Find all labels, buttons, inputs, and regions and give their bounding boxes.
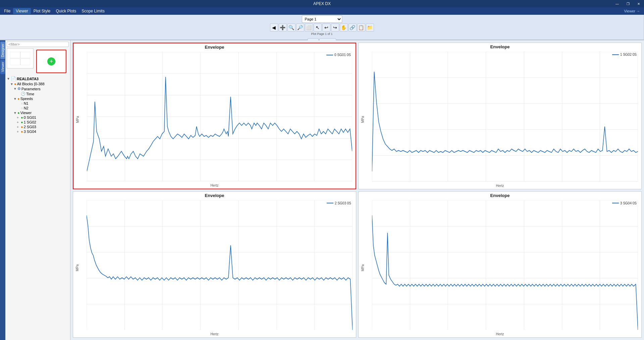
back-button[interactable]: ◀ (270, 23, 278, 32)
chart-title-2: Envelope (359, 43, 641, 50)
menu-viewer[interactable]: Viewer (13, 8, 31, 14)
chart-legend-4: 3 SG04 0S (612, 201, 637, 205)
tree-item-n2[interactable]: ○ N2 (7, 106, 69, 110)
add-page-button[interactable]: ➕ (279, 23, 287, 32)
chart-title-3: Envelope (73, 192, 356, 199)
restore-button[interactable]: ❐ (623, 0, 633, 7)
menu-scope-limits[interactable]: Scope Limits (79, 8, 107, 14)
zoom-in-button[interactable]: 🔍 (287, 23, 296, 32)
filter-box[interactable]: <filter> (7, 42, 69, 47)
y-axis-label-3: MPa (75, 264, 79, 272)
plot-page-label: Plot Page 1 of 1 (311, 32, 332, 36)
tree-area: <filter> + ▼ 📄 (5, 40, 70, 340)
viewer-status-badge: Viewer → (624, 9, 643, 13)
y-axis-label-4: MPa (361, 264, 365, 272)
menu-quick-plots[interactable]: Quick Plots (53, 8, 79, 14)
svg-rect-0 (10, 52, 20, 58)
tree-item-viewer[interactable]: ▼ ● Viewer (7, 110, 69, 115)
chart-svg-2: 0 0.2 0.4 0.6 0.8 0 1,000 2,000 3,000 4,… (372, 52, 638, 182)
chart-container-4: 3 SG04 0S MPa Hertz (359, 199, 641, 338)
chart-container-2: 1 SG02 0S MPa Hertz (359, 50, 641, 189)
y-axis-label-1: MPa (76, 116, 79, 123)
page-selector[interactable]: Page 1 (302, 15, 342, 23)
designer-tab[interactable]: Designer (0, 42, 5, 59)
chart-panel-4[interactable]: Envelope 3 SG04 0S MPa Hertz (358, 191, 642, 338)
chart-panel-1[interactable]: Envelope 0 SG01 0S MPa Hertz (73, 43, 356, 189)
x-axis-label-2: Hertz (496, 184, 504, 188)
chart-panel-3[interactable]: Envelope 2 SG03 0S MPa Hertz (73, 191, 356, 338)
y-axis-label-2: MPa (361, 116, 365, 123)
svg-rect-2 (10, 59, 20, 65)
redo-button[interactable]: ↪ (331, 23, 339, 32)
menu-file[interactable]: File (1, 8, 13, 14)
minimize-button[interactable]: — (612, 0, 623, 7)
folder-button[interactable]: 📁 (366, 23, 374, 32)
page-thumb-1[interactable] (7, 48, 34, 68)
svg-rect-1 (20, 52, 30, 58)
chart-svg-3: 0 0.1 0.2 0.3 0.4 0.5 0 1,000 2,000 3,00… (87, 200, 353, 330)
zoom-fit-button[interactable]: ⬜ (305, 23, 313, 32)
chart-title-1: Envelope (73, 43, 356, 50)
chart-title-4: Envelope (359, 192, 641, 199)
chart-svg-4: 0 0.2 0.4 0.6 0.8 0 1,000 2,000 3,000 4,… (372, 200, 638, 330)
chart-panel-2[interactable]: Envelope 1 SG02 0S MPa Hertz (358, 43, 642, 189)
tree-item-parameters[interactable]: ▼ ⚙ Parameters (7, 86, 69, 91)
left-panel: Designer Viewer <filter> + (0, 40, 70, 340)
tree-item-realdata3[interactable]: ▼ 📄 REALDATA3 (7, 76, 69, 82)
tree-item-n1[interactable]: ○ N1 (7, 101, 69, 106)
chart-legend-1: 0 SG01 0S (326, 53, 351, 57)
new-page-button[interactable]: + (36, 50, 66, 73)
menubar: File Viewer Plot Style Quick Plots Scope… (0, 7, 644, 15)
tree-item-allblocks[interactable]: ▼ ● All Blocks [0-388 (7, 82, 69, 86)
copy-button[interactable]: 📋 (357, 23, 365, 32)
tree-item-speeds[interactable]: ▼ ● Speeds (7, 96, 69, 101)
tree-item-sg02[interactable]: + ● 1 SG02 (7, 120, 69, 125)
x-axis-label-4: Hertz (496, 332, 504, 336)
x-axis-label-1: Hertz (211, 184, 219, 187)
chart-container-3: 2 SG03 0S MPa Hertz (73, 199, 356, 338)
tree-item-time[interactable]: 🕐 Time (7, 91, 69, 96)
undo-button[interactable]: ↩ (322, 23, 330, 32)
menu-plot-style[interactable]: Plot Style (31, 8, 53, 14)
svg-rect-3 (20, 59, 30, 65)
select-button[interactable]: ↖ (314, 23, 322, 32)
chart-svg-1: 0 0.2 0.4 0.6 0.8 1 1.2 0 1,000 2,000 3,… (87, 52, 352, 181)
zoom-out-button[interactable]: 🔎 (296, 23, 304, 32)
x-axis-label-3: Hertz (211, 332, 219, 336)
pan-button[interactable]: ✋ (340, 23, 348, 32)
close-button[interactable]: ✕ (633, 0, 644, 7)
viewer-tab[interactable]: Viewer (0, 60, 5, 74)
tree-item-sg04[interactable]: + ● 3 SG04 (7, 129, 69, 134)
tree-item-sg01[interactable]: + ● 0 SG01 (7, 115, 69, 120)
plus-icon: + (47, 57, 55, 65)
lock-button[interactable]: 🔗 (348, 23, 357, 32)
main-area: Designer Viewer <filter> + (0, 40, 644, 340)
app-title: APEX DX (313, 1, 331, 6)
title-bar: APEX DX — ❐ ✕ (0, 0, 644, 7)
chart-legend-2: 1 SG02 0S (612, 53, 637, 56)
tree-item-sg03[interactable]: + ● 2 SG03 (7, 125, 69, 129)
chart-area: Envelope 0 SG01 0S MPa Hertz (70, 40, 644, 340)
chart-container-1: 0 SG01 0S MPa Hertz (73, 50, 356, 189)
chart-legend-3: 2 SG03 0S (327, 201, 351, 205)
